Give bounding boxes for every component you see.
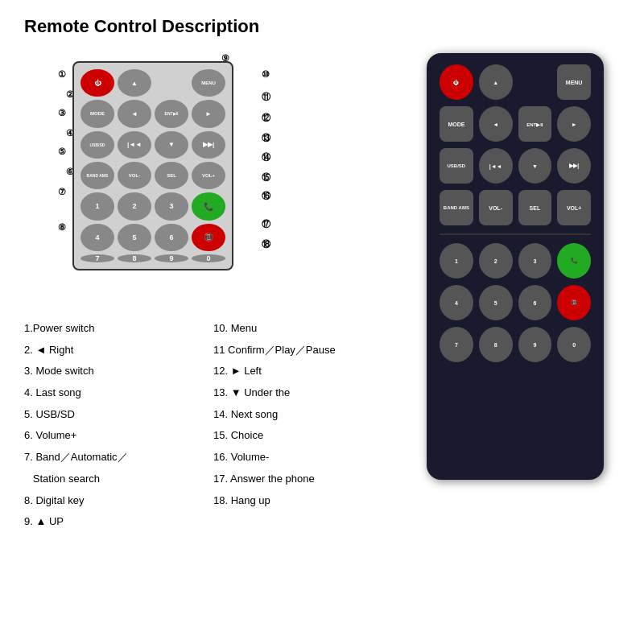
btn-next[interactable]: ▶▶| [192,131,225,159]
rp-row-3: USB/SD |◄◄ ▼ ▶▶| [440,148,591,184]
rp-btn-8[interactable]: 8 [479,327,513,362]
desc-5: 5. USB/SD [24,405,205,425]
right-section: ⏻ ▲ MENU MODE ◄ ENT▶II ► USB/SD |◄◄ ▼ [411,53,620,534]
desc-13: 13. ▼ Under the [213,383,394,403]
rp-btn-usb[interactable]: USB/SD [440,148,473,184]
divider-1 [440,233,591,235]
btn-6[interactable]: 6 [155,224,188,251]
btn-2[interactable]: 2 [118,192,151,220]
rp-btn-4[interactable]: 4 [440,285,473,320]
desc-15: 15. Choice [213,426,394,446]
desc-4: 4. Last song [24,383,205,403]
btn-0[interactable]: 0 [192,254,225,262]
btn-mode[interactable]: MODE [80,100,114,127]
btn-1[interactable]: 1 [80,192,114,220]
desc-9: 9. ▲ UP [24,512,205,532]
rp-row-2: MODE ◄ ENT▶II ► [440,106,591,142]
callout-1: ① [58,69,66,80]
rp-btn-sel[interactable]: SEL [518,190,552,225]
rp-btn-ent[interactable]: ENT▶II [518,106,552,142]
btn-8[interactable]: 8 [118,254,151,262]
btn-call-red[interactable]: 📵 [192,224,225,251]
btn-9[interactable]: 9 [155,254,188,262]
btn-right[interactable]: ► [192,100,225,127]
content-row: ① ② ③ ④ ⑤ ⑥ ⑦ ⑧ ⑨ ⑩ ⑪ ⑫ ⑬ ⑭ ⑮ ⑯ ⑰ ⑱ [24,45,620,534]
btn-7[interactable]: 7 [80,254,114,262]
callout-12: ⑫ [262,112,270,124]
callout-14: ⑭ [262,151,270,163]
desc-14: 14. Next song [213,405,394,425]
rp-row-5: 1 2 3 📞 [440,243,591,279]
rp-btn-5[interactable]: 5 [479,285,513,320]
btn-3[interactable]: 3 [155,192,188,220]
desc-section: 1.Power switch 2. ◄ Right 3. Mode switch… [24,319,394,534]
rp-btn-menu[interactable]: MENU [557,64,591,100]
btn-up[interactable]: ▲ [118,69,151,97]
desc-7: 7. Band／Automatic／ [24,448,205,468]
rp-btn-1[interactable]: 1 [440,243,473,279]
btn-vol-minus[interactable]: VOL- [118,162,151,189]
rp-btn-3[interactable]: 3 [518,243,552,279]
desc-6: 6. Volume+ [24,426,205,446]
callout-13: ⑬ [262,132,270,144]
rp-btn-prev[interactable]: |◄◄ [479,148,513,184]
page: Remote Control Description ① ② ③ ④ ⑤ ⑥ ⑦… [0,0,644,644]
rp-btn-right[interactable]: ► [557,106,591,142]
rp-btn-6[interactable]: 6 [518,285,552,320]
btn-4[interactable]: 4 [80,224,114,251]
btn-power[interactable]: ⏻ [80,69,114,97]
rp-btn-vol-plus[interactable]: VOL+ [557,190,591,225]
rp-btn-next[interactable]: ▶▶| [557,148,591,184]
btn-sel[interactable]: SEL [155,162,188,189]
btn-usb[interactable]: USB/SD [80,131,114,159]
rp-btn-up[interactable]: ▲ [479,64,513,100]
rp-btn-left[interactable]: ◄ [479,106,513,142]
callout-10: ⑩ [262,69,270,80]
btn-prev[interactable]: |◄◄ [118,131,151,159]
rp-btn-mode[interactable]: MODE [440,106,473,142]
callout-7: ⑦ [58,187,66,197]
callout-16: ⑯ [262,190,270,202]
left-section: ① ② ③ ④ ⑤ ⑥ ⑦ ⑧ ⑨ ⑩ ⑪ ⑫ ⑬ ⑭ ⑮ ⑯ ⑰ ⑱ [24,45,394,534]
desc-right: 10. Menu 11 Confirm／Play／Pause 12. ► Lef… [213,319,394,534]
desc-17: 17. Answer the phone [213,469,394,489]
desc-18: 18. Hang up [213,491,394,511]
btn-call-green[interactable]: 📞 [192,192,225,220]
desc-left: 1.Power switch 2. ◄ Right 3. Mode switch… [24,319,205,534]
callout-3: ③ [58,108,66,118]
btn-left[interactable]: ◄ [118,100,151,127]
btn-5[interactable]: 5 [118,224,151,251]
rp-btn-2[interactable]: 2 [479,243,513,279]
desc-1: 1.Power switch [24,319,205,339]
rp-btn-7[interactable]: 7 [440,327,473,362]
callout-8: ⑧ [58,222,66,233]
rp-btn-vol-minus[interactable]: VOL- [479,190,513,225]
rp-row-7: 7 8 9 0 [440,327,591,362]
callout-17: ⑰ [262,218,270,230]
callout-11: ⑪ [262,91,270,103]
btn-menu[interactable]: MENU [192,69,225,97]
callout-5: ⑤ [58,147,66,157]
desc-12: 12. ► Left [213,361,394,382]
callout-15: ⑮ [262,171,270,184]
remote-photo: ⏻ ▲ MENU MODE ◄ ENT▶II ► USB/SD |◄◄ ▼ [427,53,604,480]
main-title: Remote Control Description [24,16,620,37]
btn-vol-plus[interactable]: VOL+ [192,162,225,189]
callout-18: ⑱ [262,238,270,250]
rp-row-1: ⏻ ▲ MENU [440,64,591,100]
rp-btn-power[interactable]: ⏻ [440,64,473,100]
rp-btn-9[interactable]: 9 [518,327,552,362]
desc-2: 2. ◄ Right [24,341,205,361]
rp-btn-down[interactable]: ▼ [518,148,552,184]
rp-btn-band[interactable]: BAND AMS [440,190,473,225]
btn-band[interactable]: BAND AMS [80,162,114,189]
desc-3: 3. Mode switch [24,361,205,382]
desc-8: 8. Digital key [24,491,205,511]
rp-btn-0[interactable]: 0 [557,327,591,362]
btn-ent[interactable]: ENT▶II [155,100,188,127]
rp-btn-answer[interactable]: 📞 [557,243,591,279]
rp-row-4: BAND AMS VOL- SEL VOL+ [440,190,591,225]
rp-btn-hangup[interactable]: 📵 [557,285,591,320]
desc-10: 10. Menu [213,319,394,339]
btn-down[interactable]: ▼ [155,131,188,159]
